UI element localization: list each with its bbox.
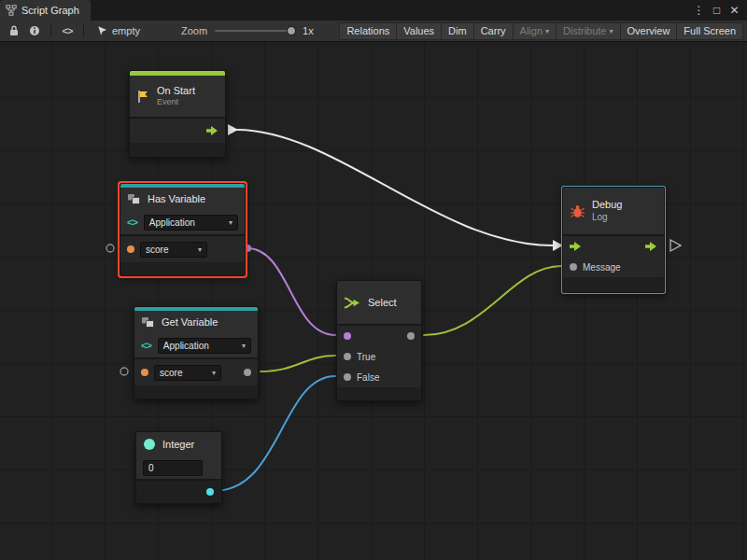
variable-name-value: score bbox=[146, 245, 168, 255]
integer-literal-icon bbox=[143, 438, 156, 451]
align-dropdown-button[interactable]: Align▾ bbox=[513, 22, 556, 40]
node-get-variable[interactable]: Get Variable <> Application score bbox=[134, 306, 259, 399]
button-label: Full Screen bbox=[684, 25, 736, 36]
message-input-port[interactable] bbox=[570, 263, 577, 271]
zoom-label: Zoom bbox=[181, 25, 207, 36]
button-label: Dim bbox=[448, 25, 467, 36]
node-header: On Start Event bbox=[130, 76, 225, 117]
graph-icon bbox=[6, 5, 17, 16]
variable-name-dropdown[interactable]: score bbox=[140, 242, 207, 258]
true-input-port[interactable] bbox=[344, 353, 351, 360]
node-select[interactable]: Select True False bbox=[336, 280, 422, 401]
true-port-label: True bbox=[357, 352, 375, 362]
scope-value: Application bbox=[149, 217, 195, 228]
button-label: Values bbox=[403, 25, 434, 36]
node-header: Debug Log bbox=[563, 188, 664, 234]
bug-icon bbox=[570, 204, 585, 218]
node-title: Integer bbox=[162, 439, 194, 450]
node-footer bbox=[563, 277, 664, 292]
graph-breadcrumb[interactable]: empty bbox=[97, 25, 140, 36]
scope-value: Application bbox=[163, 341, 209, 351]
tab-title: Script Graph bbox=[21, 5, 79, 16]
variable-kind-icon: <> bbox=[127, 217, 137, 228]
node-title: Get Variable bbox=[162, 316, 218, 328]
connection-hasvariable-to-select[interactable] bbox=[247, 248, 335, 335]
info-icon[interactable] bbox=[24, 22, 45, 39]
maximize-icon[interactable]: □ bbox=[710, 5, 724, 16]
select-icon bbox=[344, 296, 361, 310]
false-port-label: False bbox=[357, 372, 379, 383]
connection-select-to-log-message[interactable] bbox=[424, 266, 561, 335]
node-integer[interactable]: Integer bbox=[135, 431, 222, 504]
toolbar-buttons: Relations Values Dim Carry Align▾ Distri… bbox=[339, 22, 743, 40]
node-subtitle: Event bbox=[157, 97, 195, 107]
flag-icon bbox=[136, 90, 150, 104]
node-on-start[interactable]: On Start Event bbox=[129, 70, 226, 158]
node-subheader: <> Application bbox=[134, 333, 258, 357]
button-label: Carry bbox=[481, 25, 506, 36]
false-input-port[interactable] bbox=[344, 373, 351, 381]
variable-scope-dropdown[interactable]: Application bbox=[144, 215, 238, 231]
name-input-port[interactable] bbox=[141, 369, 148, 376]
zoom-control: Zoom 1x bbox=[181, 25, 314, 36]
zoom-slider[interactable] bbox=[215, 30, 295, 32]
connection-onstart-to-log[interactable] bbox=[236, 130, 553, 245]
window-controls: ⋮ □ ✕ bbox=[692, 0, 747, 21]
node-footer bbox=[337, 387, 421, 400]
lock-icon[interactable] bbox=[4, 22, 24, 39]
values-button[interactable]: Values bbox=[396, 22, 441, 40]
code-view-icon[interactable]: <> bbox=[57, 22, 78, 39]
condition-input-port[interactable] bbox=[344, 332, 351, 340]
node-footer bbox=[136, 481, 221, 503]
get-variable-unconnected-port[interactable] bbox=[120, 368, 128, 375]
variable-name-dropdown[interactable]: score bbox=[154, 365, 221, 381]
variable-scope-dropdown[interactable]: Application bbox=[158, 338, 251, 354]
button-label: Distribute bbox=[563, 25, 606, 36]
button-label: Overview bbox=[627, 25, 670, 36]
overview-button[interactable]: Overview bbox=[620, 22, 677, 40]
control-input-port[interactable] bbox=[570, 242, 582, 251]
node-title: Select bbox=[368, 297, 397, 308]
log-exit-unconnected-port[interactable] bbox=[670, 240, 681, 251]
node-footer bbox=[134, 385, 258, 399]
connection-getvariable-to-select-true[interactable] bbox=[261, 356, 335, 371]
menu-icon[interactable]: ⋮ bbox=[692, 5, 706, 16]
control-out-arrow[interactable] bbox=[228, 124, 238, 135]
variable-name-value: score bbox=[160, 368, 182, 378]
node-debug-log[interactable]: Debug Log Message bbox=[562, 187, 665, 293]
node-title: On Start bbox=[157, 85, 195, 97]
dim-button[interactable]: Dim bbox=[441, 22, 473, 40]
node-title: Has Variable bbox=[148, 193, 205, 204]
toolbar-separator bbox=[50, 24, 51, 37]
name-input-port[interactable] bbox=[127, 245, 134, 253]
zoom-slider-knob[interactable] bbox=[287, 26, 296, 35]
chevron-down-icon: ▾ bbox=[545, 27, 549, 35]
tab-script-graph[interactable]: Script Graph bbox=[0, 0, 91, 21]
node-has-variable[interactable]: Has Variable <> Application score bbox=[120, 183, 246, 276]
variables-icon bbox=[127, 193, 141, 205]
node-subtitle: Log bbox=[592, 212, 622, 223]
integer-output-port[interactable] bbox=[206, 488, 214, 496]
graph-canvas[interactable]: On Start Event bbox=[0, 42, 747, 560]
variables-icon bbox=[141, 316, 155, 329]
value-output-port[interactable] bbox=[244, 369, 251, 376]
graph-title-label: empty bbox=[112, 25, 140, 36]
node-header: Get Variable bbox=[134, 311, 258, 333]
message-port-label: Message bbox=[583, 262, 621, 273]
distribute-dropdown-button[interactable]: Distribute▾ bbox=[556, 22, 619, 40]
fullscreen-button[interactable]: Full Screen bbox=[676, 22, 743, 40]
zoom-value: 1x bbox=[303, 25, 314, 36]
pointer-icon bbox=[97, 25, 107, 36]
integer-value-input[interactable] bbox=[143, 460, 203, 476]
button-label: Align bbox=[520, 25, 543, 36]
carry-button[interactable]: Carry bbox=[473, 22, 513, 40]
node-subheader: <> Application bbox=[120, 210, 245, 234]
node-header: Has Variable bbox=[120, 188, 245, 210]
value-row bbox=[136, 456, 221, 479]
control-output-port[interactable] bbox=[206, 126, 218, 135]
control-output-port[interactable] bbox=[645, 242, 657, 251]
selection-output-port[interactable] bbox=[407, 332, 415, 340]
relations-button[interactable]: Relations bbox=[339, 22, 396, 40]
close-icon[interactable]: ✕ bbox=[727, 5, 741, 16]
has-variable-unconnected-port[interactable] bbox=[106, 245, 114, 252]
